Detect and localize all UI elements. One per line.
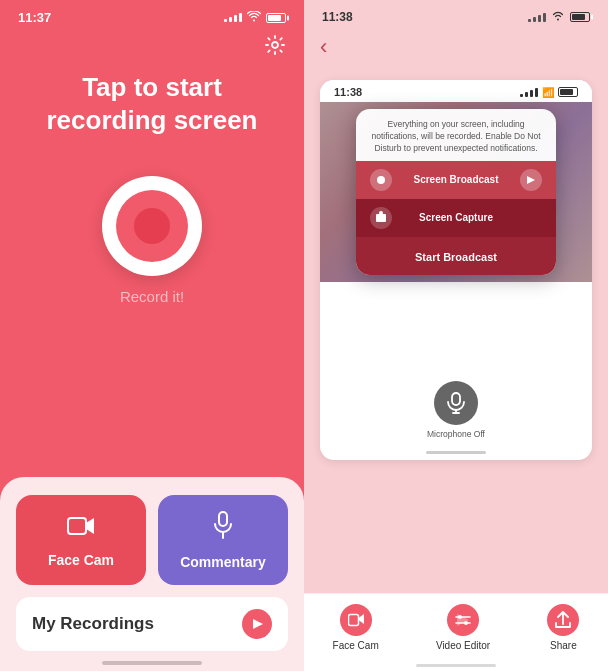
microphone-circle (434, 381, 478, 425)
time-left: 11:37 (18, 10, 51, 25)
face-cam-tab-label: Face Cam (333, 640, 379, 651)
inner-time: 11:38 (334, 86, 362, 98)
svg-point-11 (464, 621, 468, 625)
commentary-button[interactable]: Commentary (158, 495, 288, 585)
start-broadcast-button[interactable]: Start Broadcast (356, 237, 556, 275)
play-recordings-icon (242, 609, 272, 639)
commentary-label: Commentary (180, 554, 266, 570)
wifi-icon-right (551, 10, 565, 24)
tab-face-cam[interactable]: Face Cam (333, 604, 379, 651)
video-editor-tab-icon (447, 604, 479, 636)
screen-broadcast-icon (370, 169, 392, 191)
wifi-icon (247, 11, 261, 25)
battery-icon-right (570, 12, 590, 22)
left-phone: 11:37 (0, 0, 304, 671)
svg-rect-4 (452, 393, 460, 405)
my-recordings-label: My Recordings (32, 614, 154, 634)
play-broadcast-icon (520, 169, 542, 191)
signal-icon-right (528, 13, 546, 22)
face-cam-icon (67, 513, 95, 544)
status-icons-left (224, 11, 286, 25)
record-button[interactable] (102, 176, 202, 276)
action-buttons: Face Cam Commentary (16, 495, 288, 585)
inner-home-indicator (426, 451, 486, 454)
screen-capture-option[interactable]: Screen Capture (356, 199, 556, 237)
screen-broadcast-label: Screen Broadcast (413, 174, 498, 185)
main-title: Tap to start recording screen (17, 71, 288, 136)
signal-icon (224, 13, 242, 22)
share-tab-icon (547, 604, 579, 636)
status-icons-right (528, 10, 590, 24)
face-cam-label: Face Cam (48, 552, 114, 568)
microphone-section: Microphone Off (427, 381, 485, 440)
microphone-label: Microphone Off (427, 429, 485, 440)
inner-screen: 11:38 📶 Everything on your screen, inclu… (320, 80, 592, 460)
my-recordings-button[interactable]: My Recordings (16, 597, 288, 651)
status-bar-left: 11:37 (0, 0, 304, 31)
inner-status-icons: 📶 (520, 87, 578, 98)
status-bar-right: 11:38 (304, 0, 608, 30)
svg-rect-7 (348, 615, 358, 626)
svg-point-0 (272, 42, 278, 48)
svg-rect-2 (219, 512, 227, 526)
home-indicator-left (102, 661, 202, 665)
screen-capture-label: Screen Capture (419, 212, 493, 223)
face-cam-button[interactable]: Face Cam (16, 495, 146, 585)
record-label: Record it! (120, 288, 184, 305)
gradient-background: Everything on your screen, including not… (320, 102, 592, 282)
tab-share[interactable]: Share (547, 604, 579, 651)
tab-video-editor[interactable]: Video Editor (436, 604, 490, 651)
home-indicator-right (416, 664, 496, 667)
bottom-panel: Face Cam Commentary My Recordings (0, 477, 304, 671)
settings-button[interactable] (264, 34, 286, 61)
svg-point-10 (458, 615, 462, 619)
start-broadcast-label: Start Broadcast (415, 251, 497, 263)
bottom-tabs: Face Cam Video Editor Share (304, 593, 608, 671)
time-right: 11:38 (322, 10, 353, 24)
commentary-icon (212, 511, 234, 546)
broadcast-overlay: Everything on your screen, including not… (320, 102, 592, 282)
broadcast-modal: Everything on your screen, including not… (356, 109, 556, 275)
broadcast-notice: Everything on your screen, including not… (356, 109, 556, 161)
battery-icon (266, 13, 286, 23)
video-editor-tab-label: Video Editor (436, 640, 490, 651)
back-button[interactable]: ‹ (320, 34, 327, 60)
screen-broadcast-option[interactable]: Screen Broadcast (356, 161, 556, 199)
screen-capture-icon (370, 207, 392, 229)
share-tab-label: Share (550, 640, 577, 651)
face-cam-tab-icon (340, 604, 372, 636)
right-phone: 11:38 ‹ 11:38 (304, 0, 608, 671)
inner-status-bar: 11:38 📶 (320, 80, 592, 102)
svg-rect-1 (68, 518, 86, 534)
